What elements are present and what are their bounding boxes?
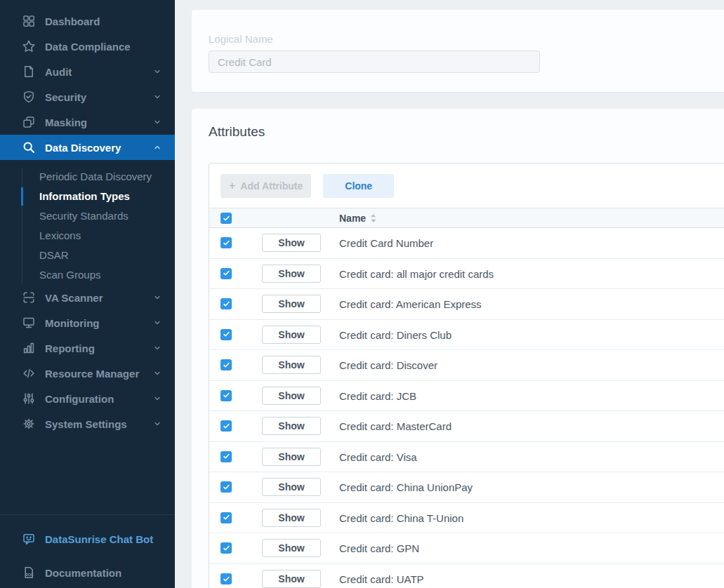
monitor-icon: [22, 316, 36, 330]
row-checkbox[interactable]: [221, 359, 232, 370]
table-row: ShowCredit card: Visa: [209, 442, 724, 473]
data-discovery-submenu: Periodic Data DiscoveryInformation Types…: [0, 167, 175, 285]
row-checkbox[interactable]: [221, 298, 232, 309]
add-attribute-button[interactable]: +Add Attribute: [221, 174, 311, 198]
show-button[interactable]: Show: [262, 326, 321, 344]
chevron-down-icon: [154, 345, 161, 352]
row-checkbox[interactable]: [221, 481, 232, 493]
sidebar-item-configuration[interactable]: Configuration: [0, 386, 175, 411]
chevron-down-icon: [154, 119, 161, 126]
document-icon: [22, 65, 36, 79]
row-checkbox[interactable]: [221, 329, 232, 340]
show-button[interactable]: Show: [262, 265, 321, 283]
sidebar-item-va-scanner[interactable]: VA Scanner: [0, 285, 175, 310]
attributes-card: Attributes +Add Attribute Clone Name Sho…: [192, 109, 724, 588]
chevron-up-icon: [154, 144, 161, 151]
attribute-name: Credit card: China UnionPay: [339, 481, 473, 493]
show-button[interactable]: Show: [262, 570, 321, 588]
main-content: Logical Name Attributes +Add Attribute C…: [175, 0, 724, 588]
chevron-down-icon: [154, 395, 161, 402]
sidebar-item-label: Documentation: [45, 567, 121, 579]
row-checkbox[interactable]: [221, 451, 232, 462]
sidebar-nav-top: DashboardData ComplianceAuditSecurityMas…: [0, 0, 175, 160]
row-checkbox[interactable]: [221, 542, 232, 554]
sidebar-item-label: Dashboard: [45, 15, 100, 27]
sidebar-item-resource-manager[interactable]: Resource Manager: [0, 361, 175, 386]
submenu-item-lexicons[interactable]: Lexicons: [0, 226, 175, 246]
sidebar-item-data-compliance[interactable]: Data Compliance: [0, 34, 175, 59]
chevron-down-icon: [154, 68, 161, 75]
attribute-name: Credit card: MasterCard: [339, 420, 452, 432]
name-column-header[interactable]: Name: [339, 213, 376, 224]
show-button[interactable]: Show: [262, 417, 321, 435]
row-checkbox[interactable]: [221, 573, 232, 584]
sidebar-item-label: Audit: [45, 66, 72, 78]
sidebar-item-masking[interactable]: Masking: [0, 109, 175, 135]
sidebar-item-data-discovery[interactable]: Data Discovery: [0, 135, 175, 160]
sidebar-item-monitoring[interactable]: Monitoring: [0, 310, 175, 335]
sidebar-footer: DataSunrise Chat BotDOCDocumentation: [0, 514, 175, 588]
logical-name-label: Logical Name: [209, 33, 273, 45]
select-all-checkbox[interactable]: [221, 213, 232, 224]
show-button[interactable]: Show: [262, 509, 321, 527]
show-button[interactable]: Show: [262, 478, 321, 496]
sidebar-item-reporting[interactable]: Reporting: [0, 335, 175, 361]
sidebar-item-dashboard[interactable]: Dashboard: [0, 8, 175, 34]
show-button[interactable]: Show: [262, 234, 321, 252]
sliders-icon: [22, 392, 36, 406]
sort-icon: [370, 213, 376, 223]
star-icon: [22, 39, 36, 53]
table-row: ShowCredit card: Discover: [209, 350, 724, 381]
show-button[interactable]: Show: [262, 539, 321, 557]
show-button[interactable]: Show: [262, 448, 321, 466]
attribute-name: Credit card: all major credit cards: [339, 267, 494, 279]
masking-icon: [22, 115, 36, 129]
table-row: ShowCredit card: all major credit cards: [209, 259, 724, 290]
submenu-item-scan-groups[interactable]: Scan Groups: [0, 265, 175, 285]
logical-name-input[interactable]: [209, 51, 540, 73]
show-button[interactable]: Show: [262, 356, 321, 374]
table-row: ShowCredit card: JCB: [209, 381, 724, 412]
sidebar-item-audit[interactable]: Audit: [0, 59, 175, 84]
sidebar-item-label: Data Discovery: [45, 142, 121, 154]
table-row: ShowCredit card: UATP: [209, 564, 724, 588]
name-column-label: Name: [339, 213, 366, 224]
doc-file-icon: DOC: [22, 566, 36, 580]
plus-icon: +: [229, 180, 235, 192]
clone-button[interactable]: Clone: [323, 174, 394, 198]
submenu-item-dsar[interactable]: DSAR: [0, 246, 175, 265]
sidebar-item-documentation[interactable]: DOCDocumentation: [0, 557, 175, 588]
row-checkbox[interactable]: [221, 420, 232, 432]
attribute-name: Credit Card Number: [339, 237, 433, 249]
chat-bot-icon: [22, 532, 36, 546]
table-row: ShowCredit card: China T-Union: [209, 503, 724, 534]
submenu-item-security-standards[interactable]: Security Standards: [0, 206, 175, 226]
table-row: ShowCredit card: MasterCard: [209, 411, 724, 442]
sidebar-item-label: Configuration: [45, 393, 114, 405]
show-button[interactable]: Show: [262, 295, 321, 313]
submenu-item-periodic-data-discovery[interactable]: Periodic Data Discovery: [0, 167, 175, 187]
report-icon: [22, 341, 36, 355]
scanner-icon: [22, 290, 36, 305]
add-attribute-label: Add Attribute: [240, 180, 303, 192]
row-checkbox[interactable]: [221, 237, 232, 248]
sidebar-item-label: System Settings: [45, 418, 127, 430]
show-button[interactable]: Show: [262, 387, 321, 405]
submenu-item-information-types[interactable]: Information Types: [0, 187, 175, 206]
sidebar-item-datasunrise-chat-bot[interactable]: DataSunrise Chat Bot: [0, 523, 175, 554]
sidebar-item-system-settings[interactable]: System Settings: [0, 411, 175, 436]
row-checkbox[interactable]: [221, 268, 232, 279]
attribute-name: Credit card: American Express: [339, 298, 482, 310]
code-icon: [22, 366, 36, 380]
chevron-down-icon: [154, 294, 161, 301]
sidebar-item-security[interactable]: Security: [0, 84, 175, 109]
table-header-row: Name: [209, 208, 724, 228]
row-checkbox[interactable]: [221, 390, 232, 401]
search-icon: [22, 140, 36, 154]
dashboard-icon: [22, 14, 36, 28]
attribute-name: Credit card: GPN: [339, 542, 419, 554]
chevron-down-icon: [154, 420, 161, 427]
sidebar: DashboardData ComplianceAuditSecurityMas…: [0, 0, 175, 588]
table-body: ShowCredit Card NumberShowCredit card: a…: [209, 228, 724, 588]
row-checkbox[interactable]: [221, 512, 232, 523]
